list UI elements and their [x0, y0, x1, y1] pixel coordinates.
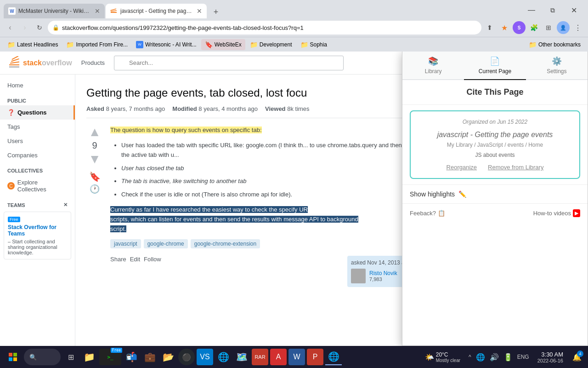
svg-rect-0 — [111, 12, 117, 13]
nav-companies[interactable]: Companies — [0, 148, 75, 162]
taskbar-github[interactable]: ⚫ — [178, 349, 195, 365]
taskbar-winrar[interactable]: RAR — [252, 349, 268, 365]
vote-up-button[interactable]: ▲ — [88, 126, 101, 138]
nav-tags[interactable]: Tags — [0, 120, 75, 134]
close-button[interactable]: ✕ — [563, 3, 584, 17]
current-page-label: Current Page — [479, 68, 511, 75]
settings-icon: ⚙️ — [552, 56, 562, 66]
minimize-button[interactable]: — — [521, 3, 542, 17]
user-avatar[interactable] — [351, 269, 366, 283]
nav-users[interactable]: Users — [0, 134, 75, 148]
tab-close-1[interactable]: ✕ — [95, 7, 100, 15]
tag-javascript[interactable]: javascript — [110, 239, 141, 248]
back-button[interactable]: ‹ — [4, 21, 17, 34]
nav-explore-collectives[interactable]: C Explore Collectives — [0, 175, 75, 196]
svg-rect-8 — [9, 353, 12, 356]
refresh-button[interactable]: ↻ — [33, 21, 46, 34]
nav-questions[interactable]: ❓ Questions — [0, 105, 75, 120]
tray-chevron[interactable]: ^ — [467, 352, 473, 362]
taskbar-chrome2[interactable]: 🌐 — [325, 349, 342, 365]
left-nav: Home PUBLIC ❓ Questions Tags Users Compa… — [0, 75, 75, 346]
bookmarks-bar: 📁 Latest Headlines 📁 Imported From Fire.… — [0, 37, 588, 52]
reorganize-button[interactable]: Reorganize — [447, 164, 477, 171]
products-menu[interactable]: Questions Products — [78, 58, 108, 68]
sidebar-toggle-icon[interactable]: ⊞ — [542, 21, 555, 34]
tag-extension[interactable]: google-chrome-extension — [191, 239, 260, 248]
taskbar-acrobat[interactable]: A — [270, 349, 287, 365]
site-favicon: 🔖 — [205, 41, 213, 48]
feedback-link[interactable]: Feeback? 📋 — [410, 210, 445, 217]
extension-icon-1[interactable]: S — [513, 21, 526, 34]
highlighted-text: The question is how to query such events… — [110, 126, 262, 133]
address-input-container[interactable]: 🔒 stackoverflow.com/questions/19972322/g… — [48, 21, 481, 34]
bookmark-websiteex[interactable]: 🔖 WebSiteEx — [201, 39, 245, 50]
taskbar-mail[interactable]: 📬 — [123, 349, 140, 365]
library-label: Library — [425, 68, 442, 75]
show-highlights-section[interactable]: Show highlights ✏️ — [402, 184, 588, 203]
tab-close-2[interactable]: ✕ — [197, 7, 202, 15]
bookmark-latest-headlines[interactable]: 📁 Latest Headlines — [4, 39, 62, 50]
edit-button[interactable]: Edit — [130, 256, 140, 263]
taskbar-maps[interactable]: 🗺️ — [233, 349, 250, 365]
bookmark-star-icon[interactable]: ★ — [498, 21, 511, 34]
taskbar-files[interactable]: 📂 — [160, 349, 176, 365]
taskbar-teams[interactable]: 💼 — [141, 349, 158, 365]
share-icon[interactable]: ⬆ — [483, 21, 496, 34]
popup-tab-current-page[interactable]: 📄 Current Page — [464, 52, 526, 80]
clock[interactable]: 3:30 AM 2022-06-16 — [534, 349, 567, 365]
taskbar-chrome[interactable]: 🌐 — [215, 349, 232, 365]
tray-language[interactable]: ENG — [515, 352, 531, 362]
selected-text-1: Currently as far I have researched the e… — [110, 206, 308, 213]
vote-down-button[interactable]: ▼ — [88, 153, 101, 166]
tray-volume[interactable]: 🔊 — [488, 351, 501, 363]
so-logo[interactable]: stackoverflow — [7, 56, 72, 70]
so-search-box[interactable] — [114, 56, 344, 70]
bookmark-writesonic[interactable]: W Writesonic - AI Writ... — [132, 39, 200, 50]
action-buttons: Share Edit Follow — [110, 256, 342, 263]
tab-favicon-1: W — [8, 7, 16, 15]
extensions-icon[interactable]: 🧩 — [527, 21, 540, 34]
share-button[interactable]: Share — [110, 256, 126, 263]
profile-avatar[interactable]: 👤 — [557, 21, 570, 34]
taskbar-search[interactable]: 🔍 — [24, 349, 61, 365]
follow-button[interactable]: Follow — [144, 256, 161, 263]
how-to-link[interactable]: How-to videos ▶ — [533, 209, 580, 217]
history-button[interactable]: 🕐 — [90, 184, 100, 194]
tray-battery[interactable]: 🔋 — [502, 351, 514, 363]
taskbar-word[interactable]: W — [288, 349, 305, 365]
tab-stackoverflow[interactable]: javascript - Getting the page eve... ✕ — [106, 4, 207, 18]
teams-header-close[interactable]: ✕ — [63, 202, 68, 208]
notification-button[interactable]: 🔔 4 — [570, 350, 584, 364]
popup-title-section: Cite This Page — [402, 80, 588, 105]
card-date: Organized on Jun 15 2022 — [418, 119, 572, 125]
nav-home[interactable]: Home — [0, 78, 75, 92]
taskbar-vscode[interactable]: VS — [197, 349, 213, 365]
new-tab-button[interactable]: + — [209, 6, 222, 18]
weather-widget[interactable]: 🌤️ 20°C Mostly clear — [421, 350, 464, 365]
taskbar-explorer[interactable]: 📁 — [81, 349, 97, 365]
show-highlights-label: Show highlights — [410, 190, 455, 198]
popup-tab-settings[interactable]: ⚙️ Settings — [526, 52, 588, 79]
bookmark-sophia[interactable]: 📁 Sophia — [297, 39, 331, 50]
tab-wikipedia[interactable]: W McMaster University - Wikipedia ✕ — [4, 4, 105, 18]
tag-chrome[interactable]: google-chrome — [144, 239, 188, 248]
forward-button[interactable]: › — [18, 21, 31, 34]
nav-teams-box: Free Stack Overflow for Teams – Start co… — [4, 212, 71, 259]
menu-button[interactable]: ⋮ — [571, 21, 584, 34]
bookmark-development[interactable]: 📁 Development — [246, 39, 296, 50]
popup-tab-library[interactable]: 📚 Library — [402, 52, 464, 79]
question-body: ▲ 9 ▼ 🔖 🕐 The question is how to query s… — [86, 126, 439, 287]
remove-from-library-button[interactable]: Remove from Library — [488, 164, 543, 171]
tray-network[interactable]: 🌐 — [474, 351, 487, 363]
taskbar-powerpoint[interactable]: P — [307, 349, 323, 365]
start-button[interactable] — [4, 348, 22, 366]
user-name[interactable]: Risto Novik — [369, 270, 397, 276]
tab-bar: W McMaster University - Wikipedia ✕ java… — [0, 0, 588, 18]
other-bookmarks[interactable]: 📁 Other bookmarks — [525, 40, 584, 49]
search-input[interactable] — [114, 56, 344, 70]
bookmark-imported[interactable]: 📁 Imported From Fire... — [62, 39, 131, 50]
taskbar-view-button[interactable]: ⊞ — [62, 349, 79, 365]
maximize-button[interactable]: ⧉ — [542, 3, 563, 17]
taskbar-terminal[interactable]: >_ Free — [99, 349, 121, 365]
bookmark-button[interactable]: 🔖 — [89, 171, 101, 182]
